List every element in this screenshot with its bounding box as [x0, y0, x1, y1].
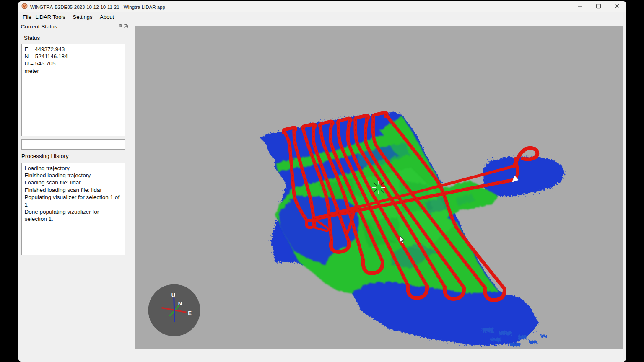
svg-text:N: N [178, 300, 182, 306]
svg-text:U: U [171, 292, 175, 298]
svg-text:E: E [188, 310, 192, 316]
